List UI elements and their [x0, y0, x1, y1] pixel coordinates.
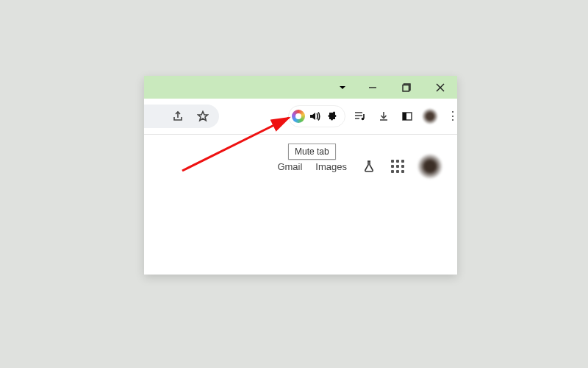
window-maximize-button[interactable]: [390, 76, 423, 99]
profile-avatar-large[interactable]: [417, 154, 442, 179]
svg-rect-12: [403, 113, 406, 120]
mute-tab-tooltip: Mute tab: [288, 144, 336, 160]
bookmark-star-icon[interactable]: [194, 107, 212, 125]
svg-marker-5: [198, 112, 208, 121]
chrome-menu-icon[interactable]: [444, 107, 453, 125]
profile-avatar-small[interactable]: [422, 108, 438, 124]
downloads-icon[interactable]: [375, 107, 392, 125]
extension-cluster: [288, 105, 345, 127]
window-titlebar: [144, 76, 457, 99]
window-minimize-button[interactable]: [356, 76, 390, 99]
share-icon[interactable]: [169, 107, 187, 125]
tab-dropdown-chevron[interactable]: [332, 76, 353, 99]
svg-rect-2: [403, 85, 409, 91]
svg-point-9: [362, 118, 365, 121]
browser-window: Gmail Images: [144, 76, 457, 275]
side-panel-icon[interactable]: [398, 107, 416, 125]
gmail-link[interactable]: Gmail: [277, 161, 302, 172]
media-queue-icon[interactable]: [351, 107, 369, 125]
google-apps-icon[interactable]: [391, 160, 404, 173]
address-bar-right[interactable]: [144, 105, 219, 128]
extensions-puzzle-icon[interactable]: [326, 107, 340, 125]
labs-flask-icon[interactable]: [360, 158, 378, 175]
color-pinwheel-icon[interactable]: [292, 110, 305, 123]
browser-toolbar: [144, 99, 457, 134]
window-close-button[interactable]: [423, 76, 457, 99]
images-link[interactable]: Images: [315, 161, 347, 172]
audio-playing-icon[interactable]: [308, 107, 323, 125]
toolbar-right-icons: [288, 105, 453, 128]
